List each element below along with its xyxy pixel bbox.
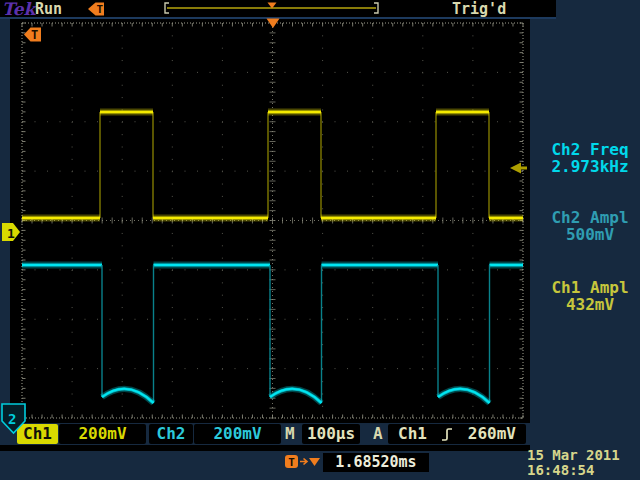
trigger-position-indicator: T — [284, 452, 322, 470]
rising-edge-icon — [441, 427, 453, 442]
arrow-right-icon — [300, 459, 307, 465]
time-label: 16:48:54 — [527, 462, 637, 478]
trigger-position-readout: 1.68520ms — [323, 453, 429, 472]
ch1-scale-readout: 200mV — [59, 424, 146, 444]
trigger-status: Trig'd — [452, 0, 506, 18]
trigger-level: 260mV — [468, 424, 516, 444]
statusbar-underline — [0, 445, 530, 451]
measurement-value: 2.973kHz — [540, 158, 640, 175]
ch1-channel-badge: Ch1 — [17, 424, 58, 444]
triangle-down-icon — [309, 458, 320, 466]
oscilloscope-screen: Tek Run Trig'd Ch2 Freq 2.973kHz Ch2 Amp… — [0, 0, 640, 480]
measurement-label: Ch2 Ampl — [540, 209, 640, 226]
measurement-ch2-ampl: Ch2 Ampl 500mV — [540, 209, 640, 243]
svg-text:T: T — [288, 456, 295, 469]
graticule-background — [10, 19, 530, 423]
measurement-ch1-ampl: Ch1 Ampl 432mV — [540, 279, 640, 313]
acquisition-status: Run — [35, 0, 62, 18]
measurement-value: 432mV — [540, 296, 640, 313]
ch2-scale-readout: 200mV — [194, 424, 281, 444]
timebase-label: M — [285, 424, 301, 444]
trigger-mode-label: A — [373, 424, 387, 444]
measurement-value: 500mV — [540, 226, 640, 243]
trigger-source-readout: Ch1 260mV — [388, 424, 526, 444]
ch2-channel-badge: Ch2 — [149, 424, 193, 444]
date-label: 15 Mar 2011 — [527, 447, 637, 463]
tek-logo: Tek — [2, 0, 35, 18]
timebase-readout: 100µs — [302, 424, 360, 444]
measurement-ch2-freq: Ch2 Freq 2.973kHz — [540, 141, 640, 175]
measurement-label: Ch1 Ampl — [540, 279, 640, 296]
measurement-label: Ch2 Freq — [540, 141, 640, 158]
trigger-source: Ch1 — [398, 424, 427, 444]
